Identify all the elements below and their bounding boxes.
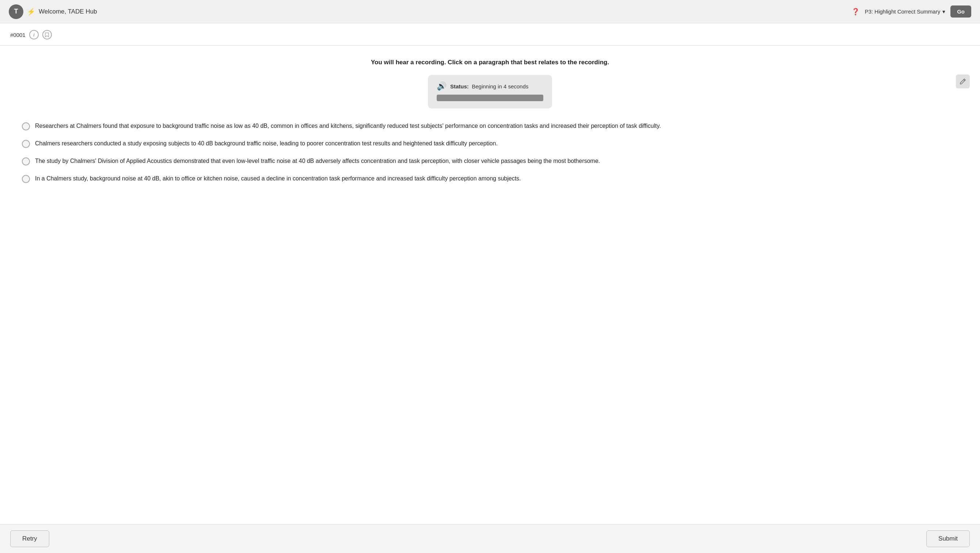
option-row-1: Researchers at Chalmers found that expos… xyxy=(22,122,958,131)
header-left: T ⚡ Welcome, TADE Hub xyxy=(9,5,97,19)
question-number: #0001 xyxy=(10,32,25,38)
option-text-2[interactable]: Chalmers researchers conducted a study e… xyxy=(35,139,498,148)
options-container: Researchers at Chalmers found that expos… xyxy=(0,122,980,214)
radio-option-4[interactable] xyxy=(22,175,30,183)
task-label: P3: Highlight Correct Summary xyxy=(865,8,940,14)
lightning-icon: ⚡ xyxy=(27,8,35,16)
chevron-down-icon: ▾ xyxy=(942,8,945,15)
main-content: #0001 i You will hear a recording. Click… xyxy=(0,23,980,553)
audio-player-top: 🔊 Status: Beginning in 4 seconds xyxy=(437,81,543,91)
option-row-4: In a Chalmers study, background noise at… xyxy=(22,174,958,183)
bookmark-icon[interactable] xyxy=(42,30,52,40)
radio-option-2[interactable] xyxy=(22,140,30,148)
edit-icon[interactable] xyxy=(956,75,970,88)
status-text: Status: Beginning in 4 seconds xyxy=(450,83,528,89)
audio-player-wrapper: 🔊 Status: Beginning in 4 seconds xyxy=(0,75,980,108)
question-header: #0001 i xyxy=(0,23,980,46)
go-button[interactable]: Go xyxy=(950,5,971,18)
option-text-4[interactable]: In a Chalmers study, background noise at… xyxy=(35,174,521,183)
bottom-bar: Retry Submit xyxy=(0,524,980,553)
progress-bar-track xyxy=(437,95,543,101)
option-text-1[interactable]: Researchers at Chalmers found that expos… xyxy=(35,122,661,131)
instruction-text: You will hear a recording. Click on a pa… xyxy=(0,46,980,75)
radio-option-3[interactable] xyxy=(22,158,30,166)
status-value: Beginning in 4 seconds xyxy=(472,83,528,89)
info-icon[interactable]: i xyxy=(29,30,39,40)
option-text-3[interactable]: The study by Chalmers' Division of Appli… xyxy=(35,157,600,166)
header-right: ❓ P3: Highlight Correct Summary ▾ Go xyxy=(851,5,971,18)
avatar: T xyxy=(9,5,23,19)
option-row-2: Chalmers researchers conducted a study e… xyxy=(22,139,958,148)
header: T ⚡ Welcome, TADE Hub ❓ P3: Highlight Co… xyxy=(0,0,980,23)
option-row-3: The study by Chalmers' Division of Appli… xyxy=(22,157,958,166)
welcome-text: Welcome, TADE Hub xyxy=(39,8,97,15)
audio-player: 🔊 Status: Beginning in 4 seconds xyxy=(428,75,552,108)
retry-button[interactable]: Retry xyxy=(10,530,49,547)
help-icon[interactable]: ❓ xyxy=(851,8,859,16)
task-selector[interactable]: P3: Highlight Correct Summary ▾ xyxy=(865,8,945,15)
radio-option-1[interactable] xyxy=(22,123,30,131)
speaker-icon: 🔊 xyxy=(437,81,447,91)
status-label: Status: xyxy=(450,83,469,89)
submit-button[interactable]: Submit xyxy=(926,530,970,547)
